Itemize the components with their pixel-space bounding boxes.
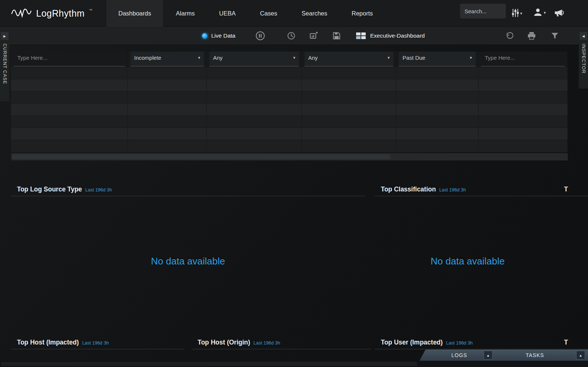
due-date-filter-select[interactable]: Past Due ▾ [399, 52, 476, 66]
table-cell [207, 116, 302, 128]
print-button[interactable] [527, 32, 536, 40]
table-cell [479, 104, 568, 116]
widget-header: T [558, 336, 588, 349]
logrhythm-logo: LogRhythm ™ [11, 0, 92, 27]
table-cell [207, 128, 302, 140]
widget-header: Top Log Source Type Last 196d 3h [11, 183, 365, 196]
tab-dashboards[interactable]: Dashboards [106, 0, 164, 27]
table-cell [396, 140, 479, 152]
table-cell [302, 79, 396, 91]
table-row[interactable] [11, 91, 568, 104]
table-cell [396, 91, 479, 104]
user-menu-button[interactable]: ▾ [533, 7, 546, 17]
table-cell [479, 128, 568, 140]
pause-button[interactable] [255, 31, 265, 41]
widget-title: Top Host (Origin) [198, 339, 250, 346]
table-cell [11, 140, 128, 152]
save-dashboard-button[interactable] [332, 31, 341, 40]
tasks-expand-button[interactable]: ▲ [576, 351, 585, 360]
megaphone-icon [554, 8, 565, 18]
table-cell [11, 104, 128, 116]
table-cell [128, 67, 207, 79]
arrow-up-icon: ▲ [579, 353, 582, 357]
caret-down-icon: ▾ [470, 55, 472, 60]
announcements-button[interactable] [554, 8, 565, 18]
arrow-up-icon: ▲ [486, 353, 490, 357]
table-cell [207, 140, 302, 152]
filter-button[interactable] [551, 32, 559, 40]
table-row[interactable] [11, 104, 568, 116]
table-cell [11, 128, 128, 140]
brand-name: LogRhythm [36, 8, 84, 19]
table-cell [302, 91, 396, 104]
status-filter-select[interactable]: Incomplete ▾ [131, 52, 204, 66]
logrhythm-wave-icon [11, 8, 32, 19]
drawer-background [420, 350, 588, 361]
table-cell [302, 116, 396, 128]
widget-time-range[interactable]: Last 196d 3h [446, 340, 473, 346]
no-data-text: No data available [151, 256, 225, 267]
live-data-radio-icon [202, 33, 208, 39]
current-case-panel-tab[interactable]: ▶ CURRENT CASE [0, 31, 9, 101]
scrollbar-thumb[interactable] [1, 362, 417, 366]
filter-select-any-2[interactable]: Any ▾ [305, 52, 393, 66]
logs-expand-button[interactable]: ▲ [484, 351, 493, 360]
widget-header: Top Host (Impacted) Last 196d 3h [11, 336, 184, 349]
scrollbar-thumb[interactable] [12, 154, 390, 159]
filter-select-any-1[interactable]: Any ▾ [209, 52, 299, 66]
logs-drawer-tab[interactable]: LOGS [448, 350, 470, 361]
tab-searches[interactable]: Searches [289, 0, 340, 27]
table-cell [396, 79, 479, 91]
table-cell [302, 140, 396, 152]
table-horizontal-scrollbar[interactable] [11, 153, 568, 160]
table-cell [11, 91, 128, 104]
widget-top-user-impacted: Top User (Impacted) Last 196d 3h [375, 336, 560, 349]
expand-inspector-button[interactable]: ◀ [580, 32, 587, 40]
time-range-button[interactable] [287, 32, 295, 40]
table-row[interactable] [11, 128, 568, 140]
widget-time-range[interactable]: Last 196d 3h [254, 340, 280, 346]
table-row[interactable] [11, 79, 568, 91]
page-horizontal-scrollbar[interactable] [0, 361, 588, 367]
filter-value: Any [213, 55, 223, 61]
table-row[interactable] [11, 140, 568, 152]
table-cell [207, 91, 302, 104]
widget-time-range[interactable]: Last 196d 3h [85, 187, 112, 193]
table-row[interactable] [11, 67, 568, 79]
table-rows [11, 67, 568, 152]
dashboard-selector[interactable]: Executive-Dashboard [356, 27, 425, 45]
caret-down-icon: ▾ [520, 11, 522, 16]
no-data-text: No data available [431, 256, 505, 267]
table-row[interactable] [11, 116, 568, 128]
top-nav: LogRhythm ™ Dashboards Alarms UEBA Cases… [0, 0, 588, 27]
settings-sliders-button[interactable]: ▾ [512, 8, 522, 18]
widget-header: Top User (Impacted) Last 196d 3h [375, 336, 560, 349]
tab-alarms[interactable]: Alarms [164, 0, 207, 27]
widget-header: T [558, 183, 588, 196]
tab-reports[interactable]: Reports [340, 0, 385, 27]
live-data-toggle[interactable]: Live Data [202, 27, 235, 45]
chevron-left-icon: ◀ [582, 34, 585, 38]
reset-button[interactable] [505, 32, 513, 40]
search-input[interactable]: Search... [460, 4, 506, 18]
filter-text-input[interactable]: Type Here... [14, 52, 125, 66]
table-cell [11, 79, 128, 91]
table-cell [479, 67, 568, 79]
filter-text-input-2[interactable]: Type Here... [481, 52, 565, 66]
tab-ueba[interactable]: UEBA [207, 0, 248, 27]
widget-time-range[interactable]: Last 196d 3h [439, 187, 466, 193]
tasks-drawer-tab[interactable]: TASKS [522, 350, 548, 361]
widget-top-host-origin: Top Host (Origin) Last 196d 3h [192, 336, 371, 349]
dashboard-toolbar: Live Data [0, 27, 588, 45]
caret-down-icon: ▾ [544, 10, 546, 15]
widget-title: Top User (Impacted) [381, 339, 443, 346]
expand-current-case-button[interactable]: ▶ [1, 32, 8, 40]
inspector-panel-tab[interactable]: ◀ INSPECTOR [579, 31, 588, 89]
table-cell [128, 104, 207, 116]
widget-time-range[interactable]: Last 196d 3h [82, 340, 109, 346]
add-widget-button[interactable] [309, 31, 318, 40]
tab-cases[interactable]: Cases [248, 0, 289, 27]
table-cell [396, 67, 479, 79]
dashboard-tiles-icon [356, 32, 366, 39]
caret-down-icon: ▾ [387, 55, 390, 60]
